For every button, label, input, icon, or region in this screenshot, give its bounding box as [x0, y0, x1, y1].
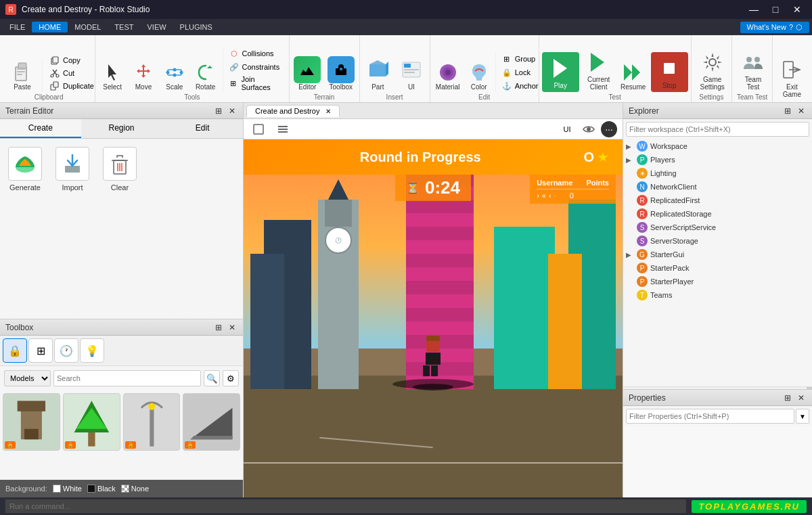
bg-black-option[interactable]: Black [87, 485, 116, 493]
cut-button[interactable]: Cut [47, 67, 97, 79]
properties-pin[interactable]: ⊞ [782, 393, 793, 403]
scale-tool-button[interactable]: Scale [160, 60, 189, 92]
explorer-item-lighting[interactable]: ☀ Lighting [623, 166, 812, 180]
copy-button[interactable]: Copy [47, 54, 97, 66]
explorer-item-serverscriptservice[interactable]: S ServerScriptService [623, 221, 812, 234]
viewport-more-button[interactable]: ··· [601, 121, 617, 137]
select-tool-button[interactable]: Select [98, 60, 127, 92]
explorer-item-starterpack[interactable]: P StarterPack [623, 261, 812, 275]
viewport-home-button[interactable] [249, 121, 268, 137]
game-viewport[interactable]: 🕐 [244, 139, 623, 497]
explorer-item-replicatedstorage[interactable]: R ReplicatedStorage [623, 207, 812, 221]
explorer-item-teams[interactable]: T Teams [623, 288, 812, 302]
terrain-editor-close[interactable]: ✕ [227, 106, 238, 116]
properties-filter-input[interactable] [626, 409, 794, 424]
run-command-input[interactable] [5, 499, 686, 513]
toolbox-item-1[interactable]: 🔒 [63, 393, 120, 451]
toolbox-button[interactable]: Toolbox [325, 55, 357, 92]
toolbox-search-button[interactable]: 🔍 [204, 370, 220, 386]
lock-button[interactable]: 🔒 Lock [499, 66, 541, 79]
paste-button[interactable]: Paste [5, 60, 39, 92]
explorer-item-workspace[interactable]: ▶ W Workspace [623, 139, 812, 153]
exit-group: Exit Game [773, 35, 809, 102]
collisions-button[interactable]: ⬡ Collisions [226, 47, 286, 60]
terrain-editor-header: Terrain Editor ⊞ ✕ [0, 103, 243, 119]
svg-marker-53 [191, 408, 233, 440]
terrain-tab-edit[interactable]: Edit [162, 119, 243, 138]
toolbox-item-3[interactable]: 🔒 [183, 393, 240, 451]
viewport-ui-toggle[interactable]: UI [558, 121, 577, 137]
viewport-tab-create-and-destroy[interactable]: Create and Destroy ✕ [246, 105, 340, 117]
toolbox-category-select[interactable]: Models Meshes Decals Audio Plugins [4, 370, 51, 386]
svg-rect-6 [53, 57, 58, 63]
bg-none-option[interactable]: None [121, 485, 149, 493]
constraints-button[interactable]: 🔗 Constraints [226, 61, 286, 73]
play-button[interactable]: Play [542, 52, 579, 92]
share-icon: ⬡ [796, 23, 803, 32]
toolbox-tab-1[interactable]: ⊞ [28, 338, 53, 363]
minimize-button[interactable]: — [744, 3, 763, 16]
svg-point-52 [148, 403, 155, 409]
bg-white-option[interactable]: White [53, 485, 82, 493]
duplicate-button[interactable]: Duplicate [47, 80, 97, 92]
resume-button[interactable]: Resume [618, 60, 648, 92]
terrain-generate[interactable]: Generate [8, 147, 42, 192]
menu-file[interactable]: FILE [3, 22, 32, 32]
menu-plugins[interactable]: PLUGINS [173, 22, 219, 32]
maximize-button[interactable]: □ [766, 3, 785, 16]
menu-home[interactable]: HOME [32, 22, 68, 32]
toolbox-item-2[interactable]: 🔒 [123, 393, 181, 451]
material-button[interactable]: Material [433, 60, 463, 92]
game-settings-button[interactable]: Game Settings [694, 47, 731, 92]
current-client-button[interactable]: Current Client [582, 47, 616, 92]
whats-new-button[interactable]: What's New ? ⬡ [740, 22, 809, 33]
explorer-item-startergui[interactable]: ▶ G StarterGui [623, 248, 812, 261]
toolbox-close[interactable]: ✕ [227, 322, 238, 333]
bg-none-swatch [121, 485, 129, 493]
menu-test[interactable]: TEST [108, 22, 140, 32]
explorer-item-serverstorage[interactable]: S ServerStorage [623, 234, 812, 248]
toolbox-search-input[interactable] [53, 370, 201, 386]
explorer-item-networkclient[interactable]: N NetworkClient [623, 180, 812, 194]
toolbox-item-0[interactable]: 🔒 [3, 393, 60, 451]
toolbox-tab-3[interactable]: 💡 [80, 338, 104, 363]
explorer-filter-input[interactable] [626, 122, 809, 137]
tab-close-icon[interactable]: ✕ [325, 108, 331, 115]
close-button[interactable]: ✕ [788, 3, 807, 16]
exit-game-button[interactable]: Exit Game [775, 55, 808, 99]
terrain-clear[interactable]: Clear [103, 147, 137, 192]
explorer-item-players[interactable]: ▶ P Players [623, 153, 812, 166]
stop-button[interactable]: Stop [651, 52, 688, 92]
bg-white-swatch [53, 485, 61, 493]
viewport-list-button[interactable] [273, 121, 292, 137]
leaderboard-points-header: Points [586, 179, 609, 187]
join-surfaces-button[interactable]: ⊞ Join Surfaces [226, 74, 286, 92]
terrain-tab-region[interactable]: Region [81, 119, 162, 138]
toolbox-pin[interactable]: ⊞ [213, 322, 224, 333]
ui-button[interactable]: UI [396, 55, 427, 92]
team-test-button[interactable]: Team Test [735, 47, 771, 92]
group-button[interactable]: ⊞ Group [499, 53, 541, 65]
menu-view[interactable]: VIEW [140, 22, 173, 32]
rotate-tool-button[interactable]: Rotate [191, 60, 220, 92]
part-button[interactable]: Part [363, 55, 394, 92]
move-tool-button[interactable]: Move [129, 60, 158, 92]
color-button[interactable]: Color [464, 60, 494, 92]
toolbox-filter-button[interactable]: ⚙ [223, 370, 239, 386]
viewport-eye-button[interactable] [579, 121, 598, 137]
toolbox-tab-0[interactable]: 🔒 [3, 338, 27, 363]
terrain-editor-button[interactable]: Editor [292, 55, 323, 92]
properties-dropdown[interactable]: ▼ [796, 409, 809, 424]
players-icon: P [637, 154, 648, 165]
terrain-editor-pin[interactable]: ⊞ [213, 106, 224, 116]
anchor-button[interactable]: ⚓ Anchor [499, 80, 541, 92]
explorer-item-replicatedfirst[interactable]: R ReplicatedFirst [623, 194, 812, 207]
toolbox-tab-2[interactable]: 🕐 [54, 338, 78, 363]
explorer-item-starterplayer[interactable]: P StarterPlayer [623, 275, 812, 288]
terrain-import[interactable]: Import [55, 147, 89, 192]
explorer-pin[interactable]: ⊞ [782, 106, 793, 116]
properties-close[interactable]: ✕ [796, 393, 807, 403]
menu-model[interactable]: MODEL [68, 22, 108, 32]
terrain-tab-create[interactable]: Create [0, 119, 81, 138]
explorer-close[interactable]: ✕ [796, 106, 807, 116]
